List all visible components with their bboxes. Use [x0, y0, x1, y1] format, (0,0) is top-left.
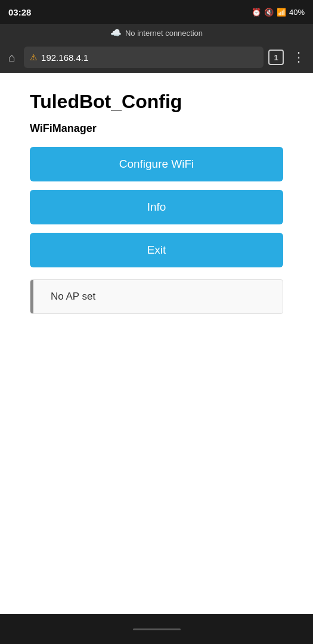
- info-card-border: [30, 280, 33, 313]
- alarm-icon: ⏰: [252, 8, 261, 17]
- browser-menu-button[interactable]: ⋮: [289, 47, 308, 67]
- battery-text: 40%: [289, 8, 305, 17]
- signal-icon: 📶: [277, 8, 286, 17]
- status-time: 03:28: [8, 7, 31, 17]
- status-icons: ⏰ 🔇 📶 40%: [252, 8, 305, 17]
- page-title: TuledBot_Config: [30, 91, 283, 113]
- no-internet-banner: ☁️ No internet connection: [0, 24, 313, 42]
- bottom-nav-indicator: [133, 628, 181, 630]
- address-text: 192.168.4.1: [41, 53, 88, 63]
- tab-count-button[interactable]: 1: [268, 50, 284, 65]
- configure-wifi-button[interactable]: Configure WiFi: [30, 147, 283, 181]
- browser-bar: ⌂ ⚠ 192.168.4.1 1 ⋮: [0, 42, 313, 73]
- mute-icon: 🔇: [264, 8, 274, 17]
- exit-button[interactable]: Exit: [30, 233, 283, 267]
- info-card-text: No AP set: [51, 291, 95, 303]
- no-internet-text: No internet connection: [125, 29, 203, 38]
- info-card: No AP set: [30, 279, 283, 314]
- home-button[interactable]: ⌂: [5, 47, 19, 68]
- cloud-off-icon: ☁️: [110, 27, 122, 38]
- section-label: WiFiManager: [30, 122, 283, 135]
- status-bar: 03:28 ⏰ 🔇 📶 40%: [0, 0, 313, 24]
- main-content: TuledBot_Config WiFiManager Configure Wi…: [0, 73, 313, 614]
- bottom-bar: [0, 614, 313, 644]
- address-bar[interactable]: ⚠ 192.168.4.1: [24, 47, 264, 68]
- warning-icon: ⚠: [30, 53, 38, 62]
- info-button[interactable]: Info: [30, 190, 283, 224]
